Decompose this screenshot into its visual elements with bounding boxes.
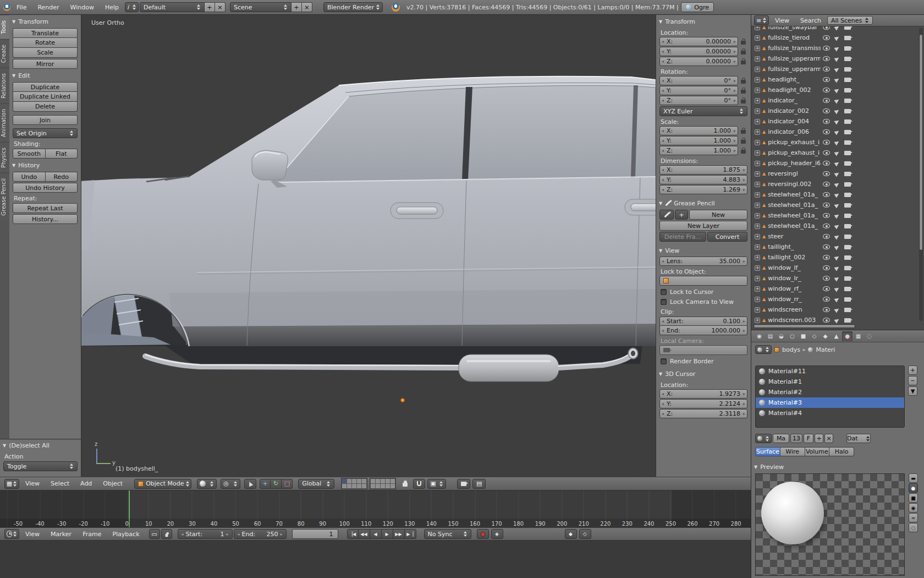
playback-button-play[interactable]: ▶ — [382, 529, 393, 539]
visibility-eye-icon[interactable] — [823, 161, 830, 166]
render-engine-selector[interactable]: Blender Render — [323, 2, 383, 12]
insert-keyframe-button[interactable]: ◆ — [565, 529, 577, 539]
selectable-arrow-icon[interactable] — [834, 254, 840, 260]
visibility-eye-icon[interactable] — [823, 223, 830, 228]
layer-cell[interactable] — [386, 479, 390, 483]
increment-icon[interactable]: ▸ — [743, 167, 745, 172]
menu-item[interactable]: View — [20, 480, 45, 487]
outliner-row[interactable]: + ▲ window_rr_ — [751, 294, 924, 304]
object-name[interactable]: steelwheel_01a_ — [768, 201, 821, 209]
properties-tab-world[interactable]: ○ — [787, 331, 798, 341]
material-slot-Material#3[interactable]: Material#3 — [756, 397, 904, 408]
panel-header-3d-cursor[interactable]: ▼3D Cursor — [656, 368, 751, 379]
object-name[interactable]: fullsize_upperarm — [768, 66, 821, 73]
increment-icon[interactable]: ▸ — [734, 88, 736, 93]
renderable-camera-icon[interactable] — [844, 151, 851, 155]
selectable-arrow-icon[interactable] — [834, 56, 840, 62]
renderable-camera-icon[interactable] — [844, 130, 851, 134]
object-origin-dot[interactable] — [401, 399, 405, 402]
tool-shelf-tab[interactable]: Relations — [0, 68, 9, 103]
menu-item[interactable]: Help — [100, 4, 124, 11]
collapse-icon[interactable]: ▼ — [12, 73, 15, 78]
selectable-arrow-icon[interactable] — [834, 233, 840, 239]
visibility-eye-icon[interactable] — [823, 213, 830, 218]
visibility-eye-icon[interactable] — [823, 203, 830, 208]
outliner-row[interactable]: + ▲ steer — [751, 231, 924, 242]
expand-icon[interactable]: + — [755, 56, 760, 62]
playback-button-prev-keyframe[interactable]: ◀◀ — [359, 529, 370, 539]
number-field[interactable]: ◂Z:0°▸ — [659, 96, 738, 105]
renderable-camera-icon[interactable] — [844, 78, 851, 82]
object-name[interactable]: reversingl.002 — [768, 181, 821, 188]
outliner-display-filter[interactable]: All Scenes — [827, 16, 873, 25]
decrement-icon[interactable]: ◂ — [662, 49, 664, 54]
outliner-row[interactable]: + ▲ pickup_header_i6 — [751, 158, 924, 168]
scene-lock-icon[interactable] — [403, 483, 408, 487]
expand-icon[interactable]: + — [755, 213, 760, 219]
object-name[interactable]: reversingl — [768, 170, 821, 177]
editor-type-button[interactable]: i — [125, 2, 139, 12]
preview-type-button-hair[interactable]: ≈ — [909, 513, 918, 522]
selectable-arrow-icon[interactable] — [834, 265, 840, 271]
decrement-icon[interactable]: ◂ — [662, 187, 664, 192]
selectable-arrow-icon[interactable] — [834, 296, 840, 302]
layers-widget[interactable] — [341, 478, 396, 489]
number-field[interactable]: ◂Z:1.000▸ — [659, 146, 738, 155]
preview-type-button-cube[interactable]: ■ — [909, 493, 918, 503]
increment-icon[interactable]: ▸ — [743, 187, 745, 192]
viewport-shading-dropdown[interactable] — [197, 479, 217, 489]
expand-icon[interactable]: + — [755, 307, 760, 313]
manipulator-button-manipulator-rotate[interactable]: ↻ — [271, 479, 282, 489]
gp-delete-frame-button[interactable]: Delete Fra... — [659, 232, 706, 242]
decrement-icon[interactable]: ◂ — [662, 167, 664, 172]
lock-object-field[interactable] — [659, 276, 747, 286]
decrement-icon[interactable]: ◂ — [662, 138, 664, 143]
layer-cell[interactable] — [386, 484, 390, 488]
object-name[interactable]: headlight_002 — [768, 86, 821, 94]
object-name[interactable]: window_rr_ — [768, 296, 821, 303]
manipulator-button-manipulator-translate[interactable]: + — [260, 479, 271, 489]
layer-cell[interactable] — [352, 484, 356, 488]
visibility-eye-icon[interactable] — [823, 297, 830, 302]
selectable-arrow-icon[interactable] — [834, 87, 840, 93]
expand-icon[interactable]: + — [755, 150, 760, 156]
renderable-camera-icon[interactable] — [844, 224, 851, 228]
menu-item[interactable]: Marker — [46, 531, 76, 538]
selectable-arrow-icon[interactable] — [834, 212, 840, 219]
visibility-eye-icon[interactable] — [823, 140, 830, 145]
increment-icon[interactable]: ▸ — [743, 401, 745, 406]
gp-new-button[interactable]: New — [689, 210, 747, 220]
set-origin-menu[interactable]: Set Origin — [13, 128, 78, 138]
outliner-row[interactable]: + ▲ windscreen — [751, 304, 924, 315]
outliner-row[interactable]: + ▲ window_lf_ — [751, 263, 924, 273]
renderable-camera-icon[interactable] — [844, 235, 851, 239]
outliner-row[interactable]: + ▲ pickup_exhaust_i — [751, 148, 924, 158]
expand-icon[interactable]: + — [755, 244, 760, 250]
tool-shelf-tab[interactable]: Grease Pencil — [0, 173, 9, 221]
renderable-camera-icon[interactable] — [844, 67, 851, 72]
renderable-camera-icon[interactable] — [844, 182, 851, 187]
material-slot-button[interactable]: ▼ — [908, 386, 917, 396]
increment-icon[interactable]: ▸ — [743, 411, 745, 416]
material-type-button[interactable]: Volume — [805, 447, 830, 456]
layer-cell[interactable] — [376, 479, 380, 483]
layer-cell[interactable] — [357, 484, 361, 488]
number-field[interactable]: ◂Z:0.00000▸ — [659, 57, 738, 66]
undo-history-button[interactable]: Undo History — [13, 183, 78, 193]
outliner-row[interactable]: + ▲ headlight_002 — [751, 85, 924, 95]
expand-icon[interactable]: + — [755, 129, 760, 135]
object-name[interactable]: pickup_exhaust_i — [768, 149, 821, 156]
material-slot-Material#1[interactable]: Material#1 — [756, 377, 904, 387]
selectable-arrow-icon[interactable] — [834, 171, 840, 177]
visibility-eye-icon[interactable] — [823, 286, 830, 291]
lock-icon[interactable] — [739, 128, 747, 134]
panel-header-edit[interactable]: ▼Edit — [9, 70, 81, 81]
renderable-camera-icon[interactable] — [844, 255, 851, 260]
menu-item[interactable]: Playback — [107, 531, 144, 538]
viewport-canvas[interactable] — [81, 15, 656, 477]
object-name[interactable]: indicator_004 — [768, 118, 821, 125]
outliner-row[interactable]: + ▲ indicator_004 — [751, 116, 924, 127]
selectable-arrow-icon[interactable] — [834, 108, 840, 114]
increment-icon[interactable]: ▸ — [743, 391, 745, 396]
selectable-arrow-icon[interactable] — [834, 244, 840, 250]
